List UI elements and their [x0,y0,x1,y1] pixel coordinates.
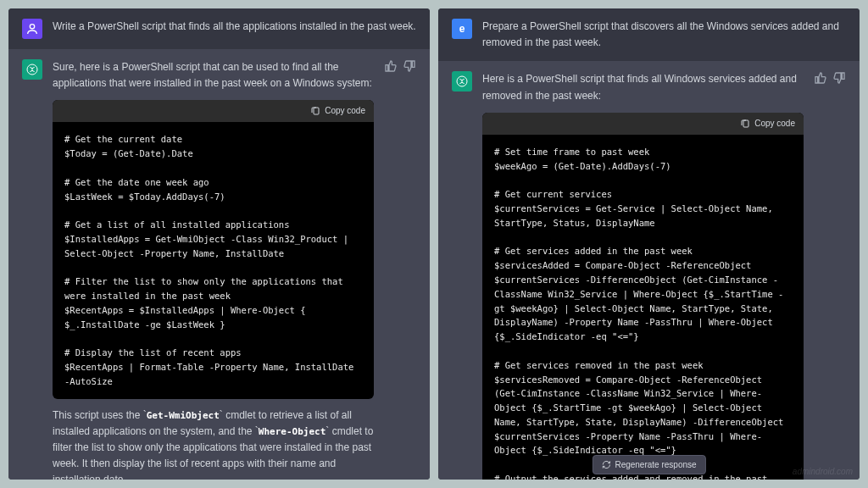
thumbs-down-icon[interactable] [403,59,416,73]
message-actions [384,59,416,73]
assistant-avatar [22,59,42,80]
message-actions [814,71,846,85]
assistant-body: Here is a PowerShell script that finds a… [482,71,804,480]
assistant-message: Sure, here is a PowerShell script that c… [8,49,430,480]
avatar-letter: e [459,23,465,35]
clipboard-icon [740,119,750,129]
thumbs-down-icon[interactable] [832,71,846,85]
assistant-intro: Sure, here is a PowerShell script that c… [53,59,374,92]
code-block: Copy code # Set time frame to past week … [482,113,804,480]
svg-point-0 [30,25,34,29]
refresh-icon [601,460,610,469]
user-prompt-text: Write a PowerShell script that finds all… [53,19,416,35]
assistant-intro: Here is a PowerShell script that finds a… [482,71,804,103]
person-icon [25,22,39,36]
code-block: Copy code # Get the current date $Today … [53,100,374,398]
copy-code-label: Copy code [754,117,795,130]
chat-panel-right: e Prepare a PowerShell script that disco… [438,8,860,480]
code-content[interactable]: # Set time frame to past week $weekAgo =… [482,135,804,480]
inline-code: Where-Object [259,426,326,437]
copy-code-button[interactable]: Copy code [53,100,374,122]
inline-code: Get-WmiObject [147,410,220,421]
openai-icon [25,63,39,76]
user-prompt-text: Prepare a PowerShell script that discove… [482,19,846,51]
thumbs-up-icon[interactable] [384,59,398,73]
svg-rect-1 [314,108,319,114]
explanation-para: This script uses the `Get-WmiObject` cmd… [53,408,374,480]
svg-rect-2 [743,120,748,127]
user-message: e Prepare a PowerShell script that disco… [438,8,860,61]
openai-icon [455,75,469,88]
assistant-message: Here is a PowerShell script that finds a… [438,61,860,480]
user-message: Write a PowerShell script that finds all… [8,8,430,49]
watermark: admindroid.com [793,467,853,476]
assistant-avatar [452,71,472,92]
user-avatar [22,19,42,39]
assistant-body: Sure, here is a PowerShell script that c… [53,59,374,480]
clipboard-icon [310,106,320,116]
user-avatar: e [452,19,472,39]
chat-panel-left: Write a PowerShell script that finds all… [8,8,430,480]
regenerate-button[interactable]: Regenerate response [592,455,705,474]
thumbs-up-icon[interactable] [814,71,827,85]
copy-code-button[interactable]: Copy code [482,113,804,135]
code-content[interactable]: # Get the current date $Today = (Get-Dat… [53,122,374,398]
regenerate-label: Regenerate response [615,460,696,469]
copy-code-label: Copy code [325,104,365,118]
